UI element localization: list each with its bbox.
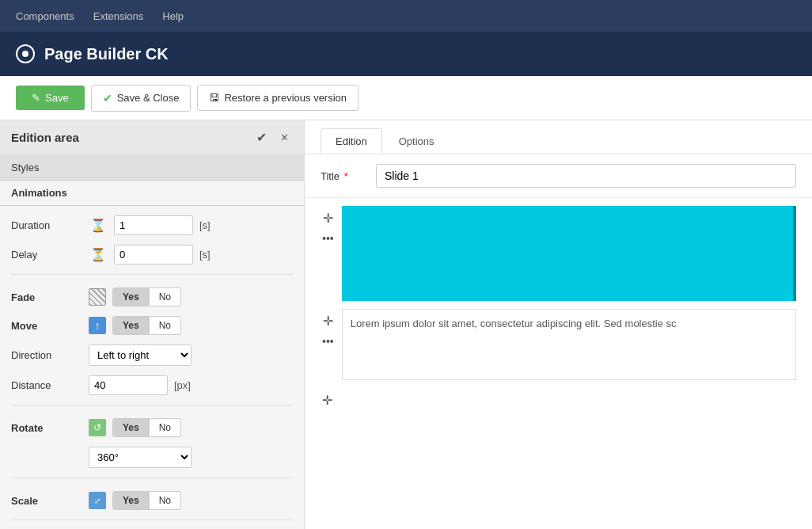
block-move-button-3[interactable]: ✛ [321,391,334,409]
save-close-label: Save & Close [117,92,180,104]
restore-label: Restore a previous version [224,92,347,104]
restore-cloud-icon: 🖫 [209,92,219,104]
duration-unit: [s] [199,219,211,231]
nav-help[interactable]: Help [162,10,184,22]
distance-unit: [px] [174,379,191,391]
rotate-icon: ↺ [89,419,106,436]
distance-row: Distance [px] [11,375,293,395]
distance-label: Distance [11,379,82,391]
block-move-button-1[interactable]: ✛ [321,209,336,227]
tab-edition[interactable]: Edition [321,128,382,154]
nav-components[interactable]: Components [16,10,74,22]
panel-title: Edition area [11,131,79,144]
action-bar: ✎ Save ✔ Save & Close 🖫 Restore a previo… [0,76,812,120]
tab-bar: Edition Options [305,120,812,154]
title-input[interactable] [376,164,796,188]
title-required: * [344,170,348,182]
delay-icon: ⏳ [89,245,108,264]
page-builder-icon [16,44,35,63]
rotate-label: Rotate [11,422,82,434]
save-close-button[interactable]: ✔ Save & Close [91,85,192,112]
title-row: Title * [305,154,812,198]
save-label: Save [45,92,69,104]
block-controls-1: ✛ ••• [321,206,336,246]
top-nav: Components Extensions Help [0,0,812,32]
direction-label: Direction [11,349,82,361]
scale-no-button[interactable]: No [150,491,181,510]
restore-button[interactable]: 🖫 Restore a previous version [197,85,359,111]
move-yes-button[interactable]: Yes [112,316,150,335]
page-builder-header: Page Builder CK [0,32,812,76]
content-area: ✛ ••• ✛ ••• Lorem ipsum dolor sit amet, … [305,198,812,409]
duration-row: Duration ⌛ [s] [11,215,293,235]
fade-row: Fade Yes No [11,287,293,306]
direction-select[interactable]: Left to right Right to left Top to botto… [89,344,192,366]
fade-yes-button[interactable]: Yes [112,287,150,306]
block-row-3: ✛ [321,388,796,409]
move-label: Move [11,320,82,332]
text-block: Lorem ipsum dolor sit amet, consectetur … [342,309,796,380]
block-options-button-2[interactable]: ••• [321,333,336,349]
left-panel: Edition area ✔ × Styles Animations Durat… [0,120,305,529]
save-button[interactable]: ✎ Save [16,86,85,110]
tab-styles[interactable]: Styles [0,155,304,181]
scale-toggle: Yes No [112,491,181,510]
duration-label: Duration [11,219,82,231]
hourglass-icon: ⌛ [89,216,108,235]
save-icon: ✎ [32,92,40,104]
direction-row: Direction Left to right Right to left To… [11,344,293,366]
lorem-text: Lorem ipsum dolor sit amet, consectetur … [351,318,677,329]
fade-icon [89,288,106,306]
block-row-text: ✛ ••• Lorem ipsum dolor sit amet, consec… [321,309,796,380]
duration-input[interactable] [114,215,193,235]
right-panel: Edition Options Title * ✛ ••• [305,120,812,529]
delay-unit: [s] [199,249,211,261]
fade-label: Fade [11,291,82,303]
tab-options[interactable]: Options [384,128,450,154]
delay-row: Delay ⏳ [s] [11,245,293,264]
fade-no-button[interactable]: No [150,287,181,306]
block-row-cyan: ✛ ••• [321,206,796,301]
rotate-angle-row: 360° 180° 90° -90° -180° -360° [11,447,293,468]
form-area: Duration ⌛ [s] Delay ⏳ [s] Fade Yes No [0,206,304,529]
rotate-yes-button[interactable]: Yes [112,418,150,437]
page-builder-title: Page Builder CK [44,45,169,63]
panel-header-actions: ✔ × [252,128,293,147]
block-move-button-2[interactable]: ✛ [321,312,336,330]
distance-input[interactable] [89,375,168,395]
save-close-check-icon: ✔ [103,92,112,105]
block-controls-2: ✛ ••• [321,309,336,349]
rotate-angle-select[interactable]: 360° 180° 90° -90° -180° -360° [89,447,192,468]
rotate-toggle: Yes No [112,418,181,437]
scale-icon: ⤢ [89,492,106,509]
rotate-row: Rotate ↺ Yes No [11,418,293,437]
cyan-block [342,206,796,301]
move-icon: ↑ [89,317,106,334]
nav-extensions[interactable]: Extensions [93,10,144,22]
main-area: Edition area ✔ × Styles Animations Durat… [0,120,812,529]
block-controls-3: ✛ [321,388,334,409]
fade-toggle: Yes No [112,287,181,306]
title-label: Title * [321,170,368,182]
block-options-button-1[interactable]: ••• [321,230,336,246]
move-toggle: Yes No [112,316,181,335]
panel-confirm-button[interactable]: ✔ [252,128,271,147]
tab-animations[interactable]: Animations [0,181,304,206]
move-row: Move ↑ Yes No [11,316,293,335]
scale-row: Scale ⤢ Yes No [11,491,293,510]
delay-input[interactable] [114,245,193,264]
cyan-block-border [793,206,796,301]
panel-header: Edition area ✔ × [0,120,304,155]
panel-close-button[interactable]: × [276,128,293,147]
rotate-no-button[interactable]: No [150,418,181,437]
scale-label: Scale [11,495,82,507]
delay-label: Delay [11,249,82,261]
scale-yes-button[interactable]: Yes [112,491,150,510]
move-no-button[interactable]: No [150,316,181,335]
